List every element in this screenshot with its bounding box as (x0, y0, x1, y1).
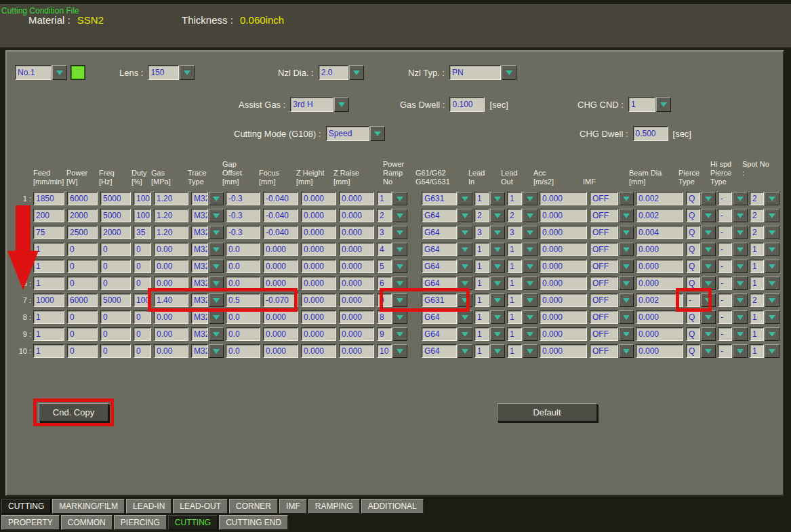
leadout-select-value[interactable]: 2 (507, 209, 522, 222)
leadin-select-value[interactable]: 1 (474, 293, 489, 307)
acc-input[interactable]: 0.000 (540, 260, 587, 273)
beam-input[interactable]: 0.000 (636, 327, 683, 341)
imf-select-value[interactable]: OFF (590, 209, 618, 222)
leadin-dropdown-button[interactable] (490, 327, 505, 341)
leadout-dropdown-button[interactable] (523, 310, 538, 324)
nzl-typ-dropdown-button[interactable] (502, 65, 516, 80)
pierce-select-value[interactable]: Q (686, 310, 700, 324)
leadout-select-value[interactable]: 1 (507, 192, 522, 205)
spot-dropdown-button[interactable] (765, 310, 779, 324)
ramp-select-value[interactable]: 3 (377, 226, 392, 239)
gas-input[interactable]: 0.00 (154, 310, 188, 324)
assist-gas-dropdown-button[interactable] (334, 97, 349, 112)
imf-dropdown-button[interactable] (619, 260, 634, 273)
spot-dropdown-button[interactable] (765, 277, 779, 290)
spot-dropdown-button[interactable] (765, 260, 779, 273)
spot-select-value[interactable]: 2 (750, 209, 764, 222)
g61-select-value[interactable]: G64 (422, 209, 457, 222)
trace-select-value[interactable]: M32 (191, 226, 208, 239)
leadout-dropdown-button[interactable] (523, 344, 538, 358)
leadin-select-value[interactable]: 3 (474, 226, 489, 239)
imf-select-value[interactable]: OFF (590, 192, 618, 205)
ramp-dropdown-button[interactable] (392, 192, 407, 205)
pierce-select-value[interactable]: Q (686, 260, 700, 273)
cutting-mode-value[interactable]: Speed (326, 126, 369, 141)
tab-cutting[interactable]: CUTTING (1, 499, 51, 514)
chg-cnd-value[interactable]: 1 (628, 97, 655, 112)
hispd-dropdown-button[interactable] (733, 192, 748, 205)
tab-cutting-end[interactable]: CUTTING END (219, 515, 288, 530)
chg-dwell-input[interactable]: 0.500 (633, 126, 668, 141)
leadout-dropdown-button[interactable] (523, 243, 538, 256)
freq-input[interactable]: 0 (100, 344, 131, 358)
duty-input[interactable]: 100 (134, 192, 151, 205)
zraise-input[interactable]: 0.000 (339, 226, 374, 239)
leadout-select-value[interactable]: 1 (507, 327, 522, 341)
g61-dropdown-button[interactable] (458, 344, 472, 358)
spot-dropdown-button[interactable] (765, 344, 779, 358)
power-input[interactable]: 2000 (67, 209, 98, 222)
focus-input[interactable]: 0.000 (263, 243, 298, 256)
tab-common[interactable]: COMMON (61, 515, 113, 530)
hispd-dropdown-button[interactable] (733, 327, 748, 341)
hispd-select-value[interactable]: - (718, 344, 732, 358)
focus-input[interactable]: 0.000 (263, 260, 298, 273)
focus-input[interactable]: -0.040 (263, 192, 298, 205)
acc-input[interactable]: 0.000 (540, 209, 587, 222)
spot-dropdown-button[interactable] (765, 293, 779, 307)
focus-input[interactable]: -0.040 (263, 209, 298, 222)
trace-dropdown-button[interactable] (209, 260, 224, 273)
leadout-select-value[interactable]: 1 (507, 243, 522, 256)
acc-input[interactable]: 0.000 (540, 310, 587, 324)
ramp-dropdown-button[interactable] (392, 327, 407, 341)
ramp-select-value[interactable]: 8 (377, 310, 392, 324)
duty-input[interactable]: 0 (134, 344, 151, 358)
ramp-dropdown-button[interactable] (392, 260, 407, 273)
chg-cnd-dropdown-button[interactable] (656, 97, 671, 112)
zraise-input[interactable]: 0.000 (339, 260, 374, 273)
spot-select-value[interactable]: 2 (750, 192, 764, 205)
spot-select-value[interactable]: 1 (750, 277, 764, 290)
leadin-dropdown-button[interactable] (490, 243, 505, 256)
imf-dropdown-button[interactable] (619, 344, 634, 358)
acc-input[interactable]: 0.000 (540, 327, 587, 341)
g61-dropdown-button[interactable] (458, 209, 472, 222)
tab-lead-out[interactable]: LEAD-OUT (173, 499, 228, 514)
zraise-input[interactable]: 0.000 (339, 344, 374, 358)
zheight-input[interactable]: 0.000 (301, 310, 336, 324)
gas-input[interactable]: 1.20 (154, 192, 188, 205)
freq-input[interactable]: 0 (100, 260, 131, 273)
zheight-input[interactable]: 0.000 (301, 293, 336, 307)
spot-dropdown-button[interactable] (765, 192, 779, 205)
pierce-dropdown-button[interactable] (701, 243, 716, 256)
spot-select-value[interactable]: 1 (750, 344, 764, 358)
leadin-dropdown-button[interactable] (490, 192, 505, 205)
zheight-input[interactable]: 0.000 (301, 243, 336, 256)
beam-input[interactable]: 0.000 (636, 260, 683, 273)
imf-dropdown-button[interactable] (619, 310, 634, 324)
leadin-select-value[interactable]: 1 (474, 277, 489, 290)
leadin-dropdown-button[interactable] (490, 344, 505, 358)
acc-input[interactable]: 0.000 (540, 226, 587, 239)
leadin-select-value[interactable]: 1 (474, 327, 489, 341)
g61-dropdown-button[interactable] (458, 327, 472, 341)
imf-select-value[interactable]: OFF (590, 344, 618, 358)
beam-input[interactable]: 0.002 (636, 192, 683, 205)
ramp-dropdown-button[interactable] (392, 243, 407, 256)
ramp-dropdown-button[interactable] (392, 344, 407, 358)
imf-select-value[interactable]: OFF (590, 277, 618, 290)
imf-dropdown-button[interactable] (619, 209, 634, 222)
freq-input[interactable]: 0 (100, 310, 131, 324)
focus-input[interactable]: 0.000 (263, 327, 298, 341)
tab-property[interactable]: PROPERTY (1, 515, 60, 530)
power-input[interactable]: 0 (67, 260, 98, 273)
nzl-dia-dropdown-button[interactable] (349, 65, 364, 80)
ramp-select-value[interactable]: 10 (377, 344, 392, 358)
zheight-input[interactable]: 0.000 (301, 192, 336, 205)
gap-input[interactable]: 0.0 (226, 310, 260, 324)
spot-dropdown-button[interactable] (765, 226, 779, 239)
freq-input[interactable]: 2000 (100, 226, 131, 239)
tab-ramping[interactable]: RAMPING (308, 499, 360, 514)
gas-input[interactable]: 0.00 (154, 344, 188, 358)
ramp-select-value[interactable]: 4 (377, 243, 392, 256)
